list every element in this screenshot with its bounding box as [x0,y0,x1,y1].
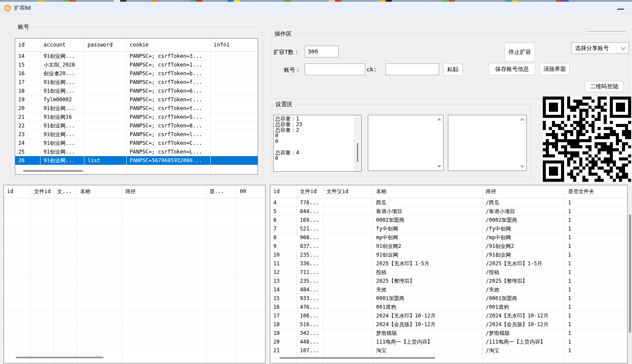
column-header[interactable]: info1 [211,39,258,51]
triangle-down-icon[interactable] [437,165,441,168]
minimize-button[interactable] [615,4,627,11]
table-row[interactable]: 8968...mp中创网/mp中创网1 [270,233,627,242]
column-header[interactable]: id [4,185,31,198]
column-header[interactable]: 名称 [77,185,122,198]
table-cell: /失效 [483,285,565,294]
table-row[interactable]: 2591创业网...PANPSC=; csrfToken=L... [15,147,258,156]
table-row[interactable]: 17106...2024【无水印】10-12月/2024【无水印】10-12月1 [270,311,627,320]
table-cell [323,285,373,294]
column-header[interactable]: cookie [127,39,211,51]
table-cell: PANPSC=; csrfToken=6... [127,87,211,95]
table-row[interactable]: 5844...靠谱小项目/靠谱小项目1 [270,207,627,216]
list-item[interactable]: 总容量：4 [274,150,361,156]
account-input[interactable] [305,63,365,75]
table-row[interactable]: 2291创业网...PANPSC=; csrfToken=8... [15,121,258,130]
table-cell: 8 [270,233,297,242]
table-cell: 18 [15,87,40,95]
table-cell: 14 [15,52,40,60]
table-row[interactable]: 20448...111电商一【上货内容】/111电商一【上货内容】1 [270,337,627,346]
table-cell [84,78,127,87]
table-cell [84,147,127,156]
column-header[interactable]: 路径 [483,185,565,198]
column-header[interactable]: 文件id [31,185,54,198]
table-row[interactable]: 2191创业网16PANPSC=; csrfToken=S... [15,113,258,121]
table-row[interactable]: 9837...91创业网2/91创业网21 [270,242,627,250]
column-header[interactable]: 00 [237,185,265,198]
table-row[interactable]: 16创业者20...PANPSC=; csrfToken=b... [15,69,258,78]
ck-input[interactable] [386,63,439,75]
table-row[interactable]: 1891创业网...PANPSC=; csrfToken=6... [15,87,258,95]
files-table-left-body[interactable] [4,198,265,353]
table-row[interactable]: 4776...西瓜/西瓜1 [270,198,627,207]
table-row[interactable]: 7521...fy中创网/fy中创网1 [270,224,627,233]
table-cell: PANPSC=; csrfToken=t... [127,104,211,113]
column-header[interactable]: id [270,185,297,198]
table-row[interactable]: 10235...91创业网/91创业网1 [270,250,627,259]
accounts-table[interactable]: idaccountpasswordcookieinfo1 1491创业网...P… [15,38,258,175]
empty-listbox-2[interactable] [448,115,527,171]
clear-ui-button[interactable]: 清除界面 [540,63,570,75]
accounts-hscrollbar-thumb[interactable] [23,170,83,172]
column-header[interactable]: password [84,39,127,51]
right-table-vscrollbar[interactable] [629,185,632,363]
list-item[interactable]: 0 [274,133,361,139]
paste-button[interactable]: 粘贴 [443,63,463,76]
column-header[interactable]: id [15,39,40,51]
empty-listbox-1[interactable] [368,115,444,171]
table-cell: 1 [565,285,627,294]
table-row[interactable]: 2091创业网...PANPSC=; csrfToken=t... [15,104,258,113]
table-cell: 776... [297,198,323,207]
save-account-info-button[interactable]: 保存账号信息 [489,63,535,75]
triangle-down-icon[interactable] [520,165,524,168]
table-row[interactable]: 1491创业网...PANPSC=; csrfToken=3... [15,52,258,60]
column-header[interactable]: account [40,39,84,51]
table-cell: 淘宝 [373,346,483,355]
table-row[interactable]: 15小太阳_2028PANPSC=; csrfToken=1... [15,60,258,69]
window-title: 扩容bd [14,4,30,12]
column-header[interactable]: 是否文件夹 [565,185,627,198]
right-table-hscrollbar-thumb[interactable] [279,357,435,359]
table-row[interactable]: 15933...0001加盟商/0001加盟商1 [270,294,627,303]
right-table-vscrollbar-thumb[interactable] [629,214,631,333]
table-row[interactable]: 2491创业网...PANPSC=; csrfToken=C... [15,139,258,147]
capacity-listbox-scrollbar-thumb[interactable] [357,143,358,162]
table-row[interactable]: 1791创业网...PANPSC=; csrfToken=f... [15,78,258,87]
column-header[interactable]: 路径 [122,185,206,198]
list-item[interactable]: 总容量：2 [274,127,361,133]
accounts-table-body[interactable]: 1491创业网...PANPSC=; csrfToken=3...15小太阳_2… [15,52,258,165]
list-item[interactable]: 0 [274,139,361,144]
table-row[interactable]: 19342...梦雨模版/梦雨模版1 [270,329,627,337]
table-cell: 24 [15,139,40,147]
table-row[interactable]: 18516...2024【会员版】10-12月/2024【会员版】10-12月1 [270,320,627,329]
table-row[interactable]: 6169...0002加盟商/0002加盟商1 [270,216,627,224]
table-row[interactable]: 21107...淘宝/淘宝1 [270,346,627,355]
left-table-hscrollbar-thumb[interactable] [16,357,104,358]
table-cell: 1 [565,259,627,268]
files-table-right-body[interactable]: 4776...西瓜/西瓜15844...靠谱小项目/靠谱小项目16169...0… [270,198,627,355]
column-header[interactable]: 文... [54,185,77,198]
table-row[interactable]: 12711...投稿/投稿1 [270,268,627,277]
qr-login-button[interactable]: 二维码登陆 [585,81,624,92]
triangle-up-icon[interactable] [520,118,524,120]
column-header[interactable]: 文件id [297,185,323,198]
table-row[interactable]: 16476...001渡鸦/001渡鸦1 [270,303,627,311]
table-row[interactable]: 13235...2025【整理后】/2025【整理后】1 [270,277,627,285]
column-header[interactable]: 是... [206,185,237,198]
capacity-listbox[interactable]: 总容量：1总容量：23总容量：200总容量：40 [273,115,362,172]
triangle-up-icon[interactable] [437,118,441,120]
list-item[interactable]: 0 [274,156,361,161]
table-row[interactable]: 11336...2025【无水印】1-5月/2025【无水印】1-5月1 [270,259,627,268]
stop-expand-button[interactable]: 停止扩容 [504,43,535,62]
files-table-right[interactable]: id文件id文件父id名称路径是否文件夹 4776...西瓜/西瓜15844..… [270,185,628,364]
table-row[interactable]: 14484...失效/失效1 [270,285,627,294]
table-row[interactable]: 19fylm00002PANPSC=; csrfToken=c... [15,95,258,104]
share-account-combobox[interactable]: 选择分享账号 [571,42,629,54]
column-header[interactable]: 文件父id [323,185,373,198]
files-table-left[interactable]: id文件id文...名称路径是...00 [3,185,266,364]
table-row[interactable]: 2691创业网...listPANPSC=5679685932086... [15,156,258,165]
expand-t-input[interactable] [305,46,339,57]
table-row[interactable]: 2391创业网...PANPSC=; csrfToken=l... [15,130,258,139]
table-cell: 0002加盟商 [373,216,483,224]
column-header[interactable]: 名称 [373,185,483,198]
files-table-left-header: id文件id文...名称路径是...00 [4,185,265,198]
